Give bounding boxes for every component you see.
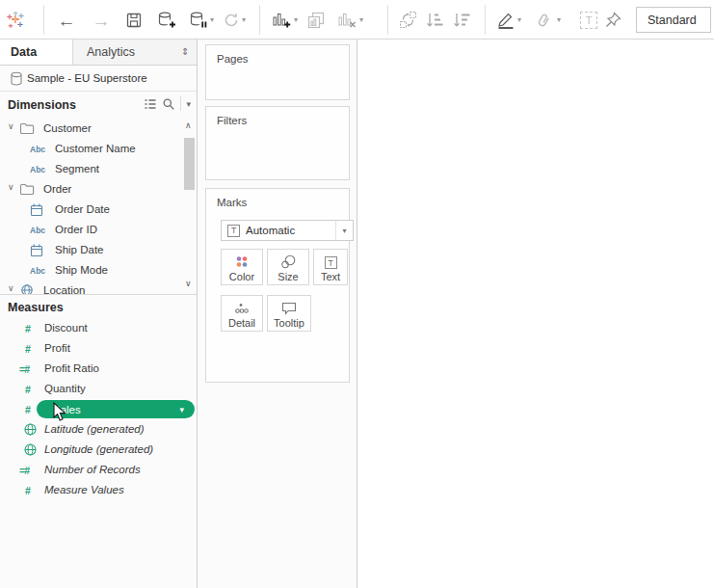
field-row-profit[interactable]: # Profit (0, 338, 197, 359)
field-row-ship-date[interactable]: Ship Date (0, 240, 181, 260)
measures-list: # Discount # Profit =# Profit Ratio # Qu… (0, 318, 197, 500)
number-icon: # (25, 343, 30, 355)
text-button[interactable]: T Text (313, 249, 348, 285)
svg-text:✛: ✛ (8, 22, 13, 29)
datasource-name: Sample - EU Superstore (27, 72, 147, 84)
undo-icon: ← (58, 12, 76, 30)
mark-type-text-icon: T (227, 225, 240, 237)
expander-icon[interactable]: ∨ (8, 121, 14, 131)
field-row-latitude[interactable]: Latitude (generated) (0, 419, 197, 440)
dimensions-menu-caret[interactable]: ▾ (186, 99, 191, 109)
number-icon: # (25, 323, 30, 334)
detail-label: Detail (228, 317, 255, 329)
filters-label: Filters (217, 115, 247, 126)
highlight-button[interactable] (493, 8, 518, 33)
detail-icon (234, 302, 250, 316)
scroll-down-icon[interactable]: ∨ (185, 279, 192, 288)
clear-sheet-button[interactable] (334, 8, 359, 33)
field-row-order-date[interactable]: Order Date (0, 200, 181, 220)
pill-menu-caret[interactable]: ▾ (179, 405, 184, 414)
abc-icon: Abc (30, 266, 45, 276)
calendar-icon (30, 243, 43, 257)
paperclip-icon (530, 7, 556, 33)
field-label: Segment (55, 163, 99, 174)
mark-type-dropdown[interactable]: T Automatic ▾ (221, 220, 354, 241)
clear-sheet-icon (336, 10, 357, 31)
expander-icon[interactable]: ∨ (8, 283, 14, 293)
marks-card[interactable]: Marks T Automatic ▾ Color (205, 188, 350, 383)
separator (180, 96, 181, 111)
field-row-number-of-records[interactable]: =# Number of Records (0, 460, 197, 480)
highlight-dropdown-caret[interactable]: ▾ (517, 15, 521, 24)
field-row-longitude[interactable]: Longitude (generated) (0, 440, 197, 460)
scrollbar-thumb[interactable] (184, 138, 195, 190)
new-data-source-icon (156, 10, 177, 31)
swap-rows-columns-icon (398, 10, 419, 31)
undo-button[interactable]: ← (54, 8, 79, 33)
field-row-measure-values[interactable]: # Measure Values (0, 480, 197, 500)
run-update-button[interactable] (219, 8, 244, 33)
fix-axes-button[interactable] (600, 8, 625, 33)
clear-sheet-dropdown-caret[interactable]: ▾ (359, 15, 363, 24)
expander-icon[interactable]: ∨ (8, 182, 14, 192)
detail-button[interactable]: Detail (221, 295, 263, 332)
field-row-customer-name[interactable]: Abc Customer Name (0, 139, 181, 159)
filters-shelf[interactable]: Filters (205, 106, 350, 180)
color-button[interactable]: Color (221, 249, 263, 285)
svg-text:✛: ✛ (18, 13, 24, 20)
mark-type-caret[interactable]: ▾ (335, 221, 353, 240)
save-icon (124, 11, 144, 30)
new-worksheet-button[interactable] (269, 8, 294, 33)
group-members-button[interactable] (531, 8, 556, 33)
datasource-row[interactable]: Sample - EU Superstore (0, 66, 197, 92)
pause-auto-updates-button[interactable] (186, 8, 211, 33)
pin-icon (603, 11, 622, 30)
field-row-sales[interactable]: # Sales ▾ (0, 399, 197, 419)
tab-data[interactable]: Data (11, 45, 37, 59)
sort-ascending-button[interactable] (422, 8, 447, 33)
duplicate-sheet-button[interactable] (304, 8, 329, 33)
redo-button[interactable]: → (89, 8, 114, 33)
new-data-source-button[interactable] (154, 8, 179, 33)
globe-icon (23, 442, 38, 457)
field-row-quantity[interactable]: # Quantity (0, 379, 197, 399)
field-label: Longitude (generated) (44, 443, 153, 455)
abc-icon: Abc (30, 165, 45, 174)
color-icon (234, 254, 250, 270)
tooltip-button[interactable]: Tooltip (267, 295, 311, 332)
size-label: Size (278, 271, 298, 282)
pane-collapse-icon[interactable]: ⇕ (181, 46, 189, 57)
scroll-up-icon[interactable]: ∧ (185, 120, 192, 130)
pause-updates-dropdown-caret[interactable]: ▾ (210, 15, 214, 24)
tab-analytics[interactable]: Analytics (87, 45, 135, 59)
group-members-dropdown-caret[interactable]: ▾ (557, 15, 561, 24)
field-row-segment[interactable]: Abc Segment (0, 159, 181, 179)
data-pane: Data Analytics ⇕ Sample - EU Superstore … (0, 40, 198, 588)
color-label: Color (229, 271, 254, 282)
pages-shelf[interactable]: Pages (205, 44, 350, 100)
search-icon[interactable] (162, 97, 175, 111)
field-row-order[interactable]: ∨ Order (0, 179, 181, 200)
field-row-profit-ratio[interactable]: =# Profit Ratio (0, 359, 197, 379)
sort-descending-button[interactable] (449, 8, 474, 33)
view-as-list-icon[interactable] (144, 97, 157, 111)
field-row-order-id[interactable]: Abc Order ID (0, 220, 181, 240)
run-update-dropdown-caret[interactable]: ▾ (242, 15, 246, 24)
field-row-location[interactable]: ∨ Location (0, 281, 181, 294)
swap-rows-columns-button[interactable] (396, 8, 421, 33)
number-icon: # (25, 485, 30, 496)
field-row-ship-mode[interactable]: Abc Ship Mode (0, 260, 181, 281)
show-mark-labels-button[interactable]: T (576, 8, 601, 33)
abc-icon: Abc (30, 226, 45, 235)
fit-mode-select[interactable]: Standard (636, 7, 711, 33)
dimensions-scrollbar[interactable]: ∧ ∨ (182, 119, 197, 292)
field-label: Location (43, 284, 85, 294)
size-button[interactable]: Size (267, 249, 309, 285)
marks-label: Marks (217, 197, 247, 208)
dimensions-title: Dimensions (8, 98, 76, 112)
mouse-cursor (53, 402, 66, 422)
field-row-discount[interactable]: # Discount (0, 318, 197, 338)
save-button[interactable] (121, 8, 146, 33)
new-worksheet-dropdown-caret[interactable]: ▾ (294, 15, 298, 24)
field-row-customer[interactable]: ∨ Customer (0, 119, 181, 139)
